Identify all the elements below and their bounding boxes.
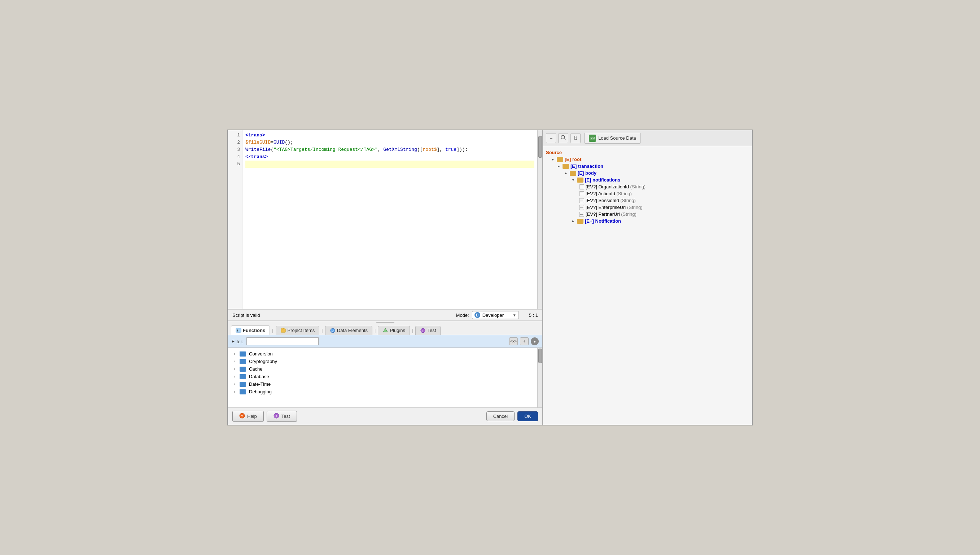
tree-node-body[interactable]: ▸ [E] body (546, 170, 749, 176)
expand-datetime-icon: › (232, 382, 237, 387)
list-item-cryptography[interactable]: › Cryptography (231, 358, 534, 365)
tree-notification-label: [E+] Notification (585, 218, 621, 224)
tree-node-notification[interactable]: ▸ [E+] Notification (546, 218, 749, 225)
expand-conversion-icon: › (232, 352, 237, 356)
folder-database-icon (240, 374, 246, 379)
sort-icon: ⇅ (573, 135, 578, 141)
source-heading: Source (546, 150, 562, 155)
tree-enterprise-label: [EV?] EnterpriseUrl (String) (586, 205, 643, 210)
status-mode: Mode: D Developer ▼ 5 : 1 (456, 311, 538, 319)
list-item-database[interactable]: › Database (231, 373, 534, 380)
code-line-3: WriteFile("<TAG>Targets/Incoming Request… (245, 146, 534, 153)
test-button[interactable]: T Test (267, 411, 297, 422)
list-item-date-time[interactable]: › Date-Time (231, 380, 534, 388)
list-scrollbar[interactable] (537, 348, 542, 407)
folder-datetime-icon (240, 382, 246, 387)
dialog-buttons: ? Help T Test Cance (228, 407, 542, 425)
tree-node-notifications[interactable]: ▾ [E] notifications (546, 176, 749, 183)
tree-leaf-enterprise-url[interactable]: — [EV?] EnterpriseUrl (String) (546, 204, 749, 211)
expand-notifications-icon[interactable]: ▾ (570, 178, 575, 183)
plus-icon: + (523, 339, 525, 344)
mode-dropdown[interactable]: D Developer ▼ (472, 311, 519, 319)
tab-project-items[interactable]: Project Items (275, 326, 320, 335)
tab-data-elements[interactable]: D Data Elements (325, 326, 372, 335)
code-content[interactable]: <trans> $fileGUID=GUID(); WriteFile("<TA… (242, 130, 537, 309)
right-toolbar: − ⇅ XML Loa (543, 130, 752, 146)
cancel-button-label: Cancel (493, 414, 508, 419)
list-item-database-label: Database (249, 374, 269, 379)
leaf-icon-enterprise: — (579, 205, 584, 210)
ok-button[interactable]: OK (517, 411, 538, 421)
source-label: Source (546, 149, 749, 156)
svg-text:XML: XML (591, 137, 596, 140)
status-bar: Script is valid Mode: D Developer ▼ 5 : … (228, 309, 542, 321)
help-button[interactable]: ? Help (232, 411, 264, 422)
expand-transaction-icon[interactable]: ▸ (556, 164, 561, 169)
filter-circle-btn[interactable]: ● (531, 337, 539, 345)
developer-icon: D (474, 312, 480, 318)
tree-leaf-session-id[interactable]: — [EV?] SessionId (String) (546, 197, 749, 204)
help-button-label: Help (247, 414, 257, 419)
tab-functions[interactable]: ƒ Functions (231, 326, 270, 335)
plugins-icon (383, 328, 388, 334)
right-panel: − ⇅ XML Loa (543, 130, 752, 425)
folder-notifications-icon (577, 178, 583, 183)
folder-body-icon (570, 171, 576, 176)
svg-text:T: T (275, 414, 277, 418)
filter-add-btn[interactable]: + (520, 337, 528, 345)
leaf-icon-session: — (579, 198, 584, 203)
tree-action-label: [EV?] ActionId (String) (586, 191, 632, 196)
tree-leaf-partner-url[interactable]: — [EV?] PartnerUrl (String) (546, 211, 749, 218)
expand-notification-icon[interactable]: ▸ (570, 219, 575, 224)
list-scrollbar-thumb (538, 348, 542, 363)
code-editor[interactable]: 1 2 3 4 5 <trans> $fileGUID=GUID(); Writ… (228, 130, 542, 309)
list-item-conversion[interactable]: › Conversion (231, 350, 534, 358)
resize-handle[interactable] (376, 322, 394, 323)
expand-root-icon[interactable]: ▸ (550, 157, 555, 162)
tree-leaf-action-id[interactable]: — [EV?] ActionId (String) (546, 190, 749, 197)
tree-node-transaction[interactable]: ▸ [E] transaction (546, 163, 749, 170)
list-item-cache[interactable]: › Cache (231, 365, 534, 373)
functions-icon: ƒ (235, 327, 242, 333)
list-item-cryptography-label: Cryptography (249, 359, 277, 364)
code-line-4: </trans> (245, 153, 534, 160)
cancel-button[interactable]: Cancel (487, 411, 514, 421)
tree-transaction-label: [E] transaction (570, 164, 603, 169)
main-dialog: 1 2 3 4 5 <trans> $fileGUID=GUID(); Writ… (227, 130, 753, 425)
project-items-icon (280, 328, 286, 334)
tree-session-label: [EV?] SessionId (String) (586, 198, 636, 203)
tree-node-root[interactable]: ▸ [E] root (546, 156, 749, 163)
tab-plugins[interactable]: Plugins (378, 326, 410, 335)
separator-3: | (375, 328, 376, 333)
mode-value: Developer (482, 313, 504, 318)
help-icon: ? (239, 413, 245, 420)
editor-scrollbar[interactable] (537, 130, 542, 309)
filter-arrows-btn[interactable]: <-> (509, 337, 518, 345)
leaf-icon-action: — (579, 191, 584, 196)
function-list-container: › Conversion › Cryptography › C (228, 348, 542, 407)
svg-text:T: T (422, 329, 424, 332)
expand-body-icon[interactable]: ▸ (563, 171, 568, 176)
editor-scrollbar-thumb (538, 136, 542, 158)
folder-root-icon (557, 157, 563, 162)
leaf-icon-org: — (579, 184, 584, 189)
source-tree: Source ▸ [E] root ▸ [E] transaction ▸ (543, 146, 752, 425)
sort-button[interactable]: ⇅ (570, 133, 581, 143)
expand-cache-icon: › (232, 367, 237, 371)
tabs-bar: ƒ Functions | Project Items | (228, 324, 542, 335)
status-valid-text: Script is valid (232, 313, 260, 318)
zoom-button[interactable] (558, 133, 568, 143)
list-item-debugging[interactable]: › Debugging (231, 388, 534, 396)
tab-project-items-label: Project Items (288, 328, 315, 333)
minimize-button[interactable]: − (546, 133, 556, 143)
tree-leaf-org-id[interactable]: — [EV?] OrganizationId (String) (546, 183, 749, 190)
tab-test[interactable]: T Test (415, 326, 440, 335)
load-source-button[interactable]: XML Load Source Data (584, 133, 641, 144)
folder-debugging-icon (240, 389, 246, 395)
folder-notification-icon (577, 219, 583, 224)
code-line-5 (245, 160, 534, 168)
circle-icon: ● (534, 340, 536, 343)
list-item-cache-label: Cache (249, 366, 263, 372)
filter-input[interactable] (247, 337, 319, 345)
svg-text:?: ? (242, 414, 243, 418)
